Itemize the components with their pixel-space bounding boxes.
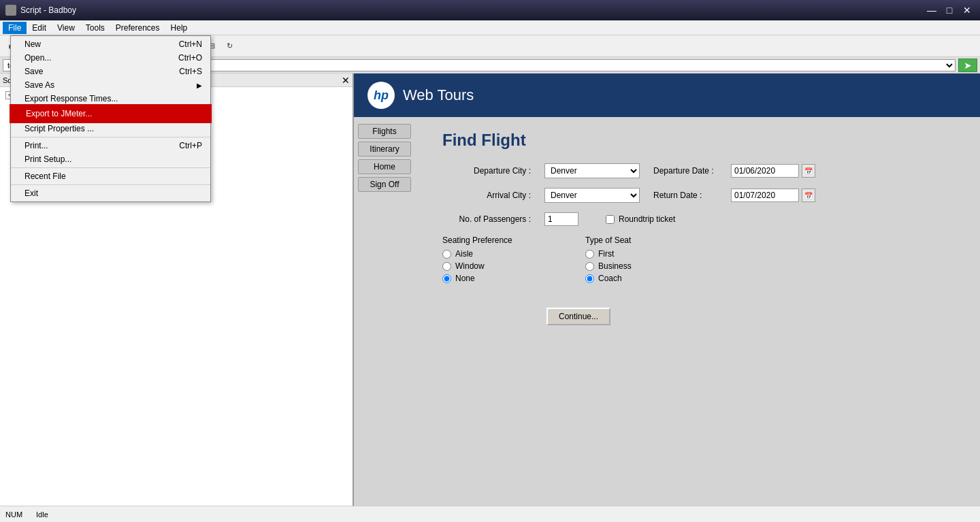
menu-view[interactable]: View (52, 22, 80, 34)
coach-option: Coach (585, 274, 681, 283)
menu-tools[interactable]: Tools (80, 22, 110, 34)
none-option: None (442, 274, 531, 283)
menu-recent-file[interactable]: Recent File (11, 169, 210, 183)
window-radio[interactable] (442, 262, 451, 271)
departure-city-label: Departure City : (442, 166, 531, 176)
aisle-radio[interactable] (442, 250, 451, 259)
minimize-button[interactable]: — (924, 3, 939, 18)
business-radio[interactable] (585, 262, 594, 271)
arrival-row: Arrival City : Denver Los Angeles New Yo… (442, 188, 953, 203)
status-bar: NUM Idle (0, 506, 980, 522)
continue-row: Continue... (442, 294, 715, 325)
return-date-input[interactable] (731, 189, 799, 202)
menu-save-shortcut: Ctrl+S (179, 67, 202, 76)
menu-export-jmeter[interactable]: Export to JMeter... (11, 105, 210, 122)
menu-script-props[interactable]: Script Properties ... (11, 122, 210, 135)
return-date-cal-btn[interactable]: 📅 (802, 189, 815, 202)
window-title: Script - Badboy (20, 5, 76, 15)
itinerary-nav-btn[interactable]: Itinerary (358, 142, 411, 157)
menu-print-label: Print... (24, 141, 48, 150)
file-dropdown-menu: New Ctrl+N Open... Ctrl+O Save Ctrl+S Sa… (10, 35, 211, 202)
business-option: Business (585, 261, 681, 271)
menu-save-label: Save (24, 67, 43, 76)
menu-file[interactable]: File (3, 22, 27, 34)
arrival-city-label: Arrival City : (442, 191, 531, 200)
menu-export-jmeter-label: Export to JMeter... (26, 109, 92, 118)
find-flight-form: Find Flight Departure City : Denver Los … (415, 117, 980, 506)
window-option: Window (442, 261, 531, 271)
brand-name: Web Tours (403, 86, 474, 104)
departure-date-cal-btn[interactable]: 📅 (802, 164, 815, 178)
roundtrip-label: Roundtrip ticket (619, 214, 675, 224)
hp-text: hp (374, 88, 389, 103)
departure-date-input[interactable] (731, 164, 799, 178)
departure-city-select[interactable]: Denver Los Angeles New York Chicago (544, 163, 640, 178)
seat-type-options: First Business Coach (585, 249, 681, 283)
menu-export-response[interactable]: Export Response Times... (11, 92, 210, 105)
coach-label: Coach (598, 274, 622, 283)
menu-sep-2 (11, 167, 210, 168)
menu-edit[interactable]: Edit (27, 22, 52, 34)
menu-open-shortcut: Ctrl+O (178, 53, 202, 63)
seat-type-col: Type of Seat First Business (585, 235, 681, 283)
app-icon (5, 5, 16, 16)
browser-panel: hp Web Tours Flights Itinerary Home Sign… (354, 74, 980, 506)
first-label: First (598, 249, 614, 259)
menu-exit[interactable]: Exit (11, 186, 210, 200)
menu-save-as-label: Save As (24, 80, 54, 90)
first-option: First (585, 249, 681, 259)
script-panel-close-btn[interactable]: ✕ (342, 76, 350, 85)
return-date-label: Return Date : (653, 191, 728, 200)
continue-button[interactable]: Continue... (546, 308, 610, 325)
menu-save-as[interactable]: Save As ▶ (11, 78, 210, 92)
menu-open-label: Open... (24, 53, 51, 63)
status-idle: Idle (36, 510, 48, 519)
title-bar-left: Script - Badboy (5, 5, 76, 16)
return-date-group: Return Date : 📅 (653, 189, 815, 202)
toolbar-refresh-btn[interactable]: ↻ (221, 38, 238, 54)
signoff-nav-btn[interactable]: Sign Off (358, 177, 411, 192)
menu-save[interactable]: Save Ctrl+S (11, 65, 210, 78)
roundtrip-group: Roundtrip ticket (606, 214, 675, 224)
find-flight-title: Find Flight (442, 131, 953, 150)
menu-open[interactable]: Open... Ctrl+O (11, 51, 210, 65)
window-label: Window (455, 261, 485, 271)
departure-row: Departure City : Denver Los Angeles New … (442, 163, 953, 178)
flights-nav-btn[interactable]: Flights (358, 124, 411, 139)
home-nav-btn[interactable]: Home (358, 159, 411, 174)
menu-bar: File Edit View Tools Preferences Help (0, 20, 980, 35)
seating-options: Aisle Window None (442, 249, 531, 283)
seat-type-title: Type of Seat (585, 235, 681, 245)
roundtrip-checkbox[interactable] (606, 215, 615, 224)
passengers-label: No. of Passengers : (442, 214, 531, 224)
maximize-button[interactable]: □ (942, 3, 957, 18)
passengers-input[interactable] (544, 212, 578, 226)
first-radio[interactable] (585, 250, 594, 259)
menu-preferences[interactable]: Preferences (110, 22, 165, 34)
none-label: None (455, 274, 475, 283)
menu-help[interactable]: Help (165, 22, 193, 34)
title-bar-controls: — □ ✕ (924, 3, 975, 18)
none-radio[interactable] (442, 274, 451, 283)
menu-new-label: New (24, 39, 41, 49)
menu-print[interactable]: Print... Ctrl+P (11, 139, 210, 152)
coach-radio[interactable] (585, 274, 594, 283)
close-button[interactable]: ✕ (960, 3, 975, 18)
menu-print-setup[interactable]: Print Setup... (11, 152, 210, 166)
aisle-option: Aisle (442, 249, 531, 259)
menu-print-setup-label: Print Setup... (24, 154, 71, 164)
menu-new[interactable]: New Ctrl+N (11, 37, 210, 51)
menu-new-shortcut: Ctrl+N (179, 39, 202, 49)
arrival-city-select[interactable]: Denver Los Angeles New York Chicago (544, 188, 640, 203)
left-nav: Flights Itinerary Home Sign Off (354, 117, 415, 506)
menu-sep-3 (11, 184, 210, 185)
menu-exit-label: Exit (24, 189, 38, 198)
menu-sep-1 (11, 137, 210, 137)
content-area: Flights Itinerary Home Sign Off Find Fli… (354, 117, 980, 506)
passengers-row: No. of Passengers : Roundtrip ticket (442, 212, 953, 226)
menu-recent-file-label: Recent File (24, 172, 66, 181)
aisle-label: Aisle (455, 249, 473, 259)
seating-title: Seating Preference (442, 235, 531, 245)
menu-export-response-label: Export Response Times... (24, 94, 118, 103)
go-button[interactable]: ➤ (958, 59, 977, 72)
